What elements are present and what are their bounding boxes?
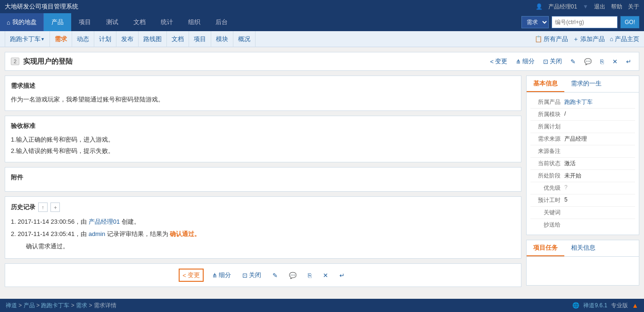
bottom-split-btn[interactable]: ⋔ 细分 xyxy=(209,270,234,281)
header-back-btn[interactable]: ↵ xyxy=(624,57,633,66)
user-name[interactable]: 产品经理01 xyxy=(548,3,577,11)
nav-item-test[interactable]: 测试 xyxy=(99,13,126,31)
acceptance-section: 验收标准 1.输入正确的账号和密码，进入游戏。 2.输入错误的账号和密码，提示失… xyxy=(5,116,521,162)
user-icon: 👤 xyxy=(536,3,543,10)
page-header-right: < 变更 ⋔ 细分 ⊡ 关闭 ✎ 💬 ⎘ ✕ xyxy=(488,56,633,67)
exit-link[interactable]: 退出 xyxy=(594,3,605,11)
comment-icon-header: 💬 xyxy=(584,58,592,65)
bottom-copy-icon: ⎘ xyxy=(308,272,312,279)
product-home-btn[interactable]: ⌂ 产品主页 xyxy=(610,35,639,43)
bottom-copy-btn[interactable]: ⎘ xyxy=(305,270,314,280)
header-close-btn[interactable]: ⊡ 关闭 xyxy=(541,56,564,67)
desc-title: 需求描述 xyxy=(11,82,515,90)
info-row-source-note: 来源备注 xyxy=(530,145,635,158)
add-product-icon: ＋ xyxy=(573,35,579,43)
history-section: 历史记录 ↑ ＋ 1. 2017-11-14 23:00:56，由 产品经理01… xyxy=(5,196,521,259)
subnav-item-product[interactable]: 跑跑卡丁车 xyxy=(5,31,50,47)
history-highlight: 确认通过。 xyxy=(170,230,200,237)
info-row-source: 需求来源 产品经理 xyxy=(530,133,635,145)
history-item-2: 2. 2017-11-14 23:05:41，由 admin 记录评审结果，结果… xyxy=(11,228,515,240)
bottom-comment-icon: 💬 xyxy=(289,272,297,279)
info-row-priority: 优先级 ? xyxy=(530,182,635,194)
info-value-stage: 未开始 xyxy=(564,172,635,180)
task-tab-related[interactable]: 相关信息 xyxy=(564,240,602,256)
header-copy-btn[interactable]: ⎘ xyxy=(598,57,606,66)
bottom-edit-btn[interactable]: ✎ xyxy=(270,270,281,280)
info-label-source: 需求来源 xyxy=(530,135,564,143)
header-split-btn[interactable]: ⋔ 细分 xyxy=(514,56,537,67)
subnav-item-release[interactable]: 发布 xyxy=(116,31,139,47)
bottom-edit-icon: ✎ xyxy=(272,272,278,279)
bottom-back-icon: ↵ xyxy=(339,272,345,279)
split-icon: ⋔ xyxy=(516,58,521,65)
bottom-close-icon: ⊡ xyxy=(242,272,248,279)
bottom-split-icon: ⋔ xyxy=(212,272,217,279)
subnav-item-overview[interactable]: 概况 xyxy=(233,31,256,47)
header-delete-btn[interactable]: ✕ xyxy=(611,57,619,66)
sub-nav: 跑跑卡丁车 需求 动态 计划 发布 路线图 文档 项目 模块 概况 📋 所有产品… xyxy=(0,31,644,47)
history-item-1: 1. 2017-11-14 23:00:56，由 产品经理01 创建。 xyxy=(11,216,515,228)
task-tab-task[interactable]: 项目任务 xyxy=(527,240,564,256)
bottom-close-btn[interactable]: ⊡ 关闭 xyxy=(239,270,264,281)
info-row-module: 所属模块 / xyxy=(530,109,635,121)
subnav-item-project[interactable]: 项目 xyxy=(189,31,211,47)
bottom-back-btn[interactable]: ↵ xyxy=(337,270,347,280)
info-row-plan: 所属计划 xyxy=(530,121,635,133)
nav-item-admin[interactable]: 后台 xyxy=(208,13,235,31)
header-comment-btn[interactable]: 💬 xyxy=(582,57,594,66)
info-panel: 基本信息 需求的一生 所属产品 跑跑卡丁车 所属模块 / 所属计划 xyxy=(526,76,639,235)
info-tab-lifecycle[interactable]: 需求的一生 xyxy=(564,76,608,92)
bottom-change-btn[interactable]: < 变更 xyxy=(179,269,204,282)
search-input[interactable] xyxy=(552,16,618,28)
info-label-source-note: 来源备注 xyxy=(530,147,564,155)
info-value-hours: 5 xyxy=(564,196,635,203)
subnav-item-roadmap[interactable]: 路线图 xyxy=(139,31,167,47)
search-button[interactable]: GO! xyxy=(620,16,639,28)
bottom-comment-btn[interactable]: 💬 xyxy=(286,270,299,280)
subnav-item-plan[interactable]: 计划 xyxy=(94,31,116,47)
product-link[interactable]: 跑跑卡丁车 xyxy=(564,99,593,105)
delete-icon-header: ✕ xyxy=(612,58,618,65)
info-value-product: 跑跑卡丁车 xyxy=(564,98,635,106)
history-sort-btn[interactable]: ↑ xyxy=(38,202,48,212)
all-products-btn[interactable]: 📋 所有产品 xyxy=(535,35,568,43)
info-label-keyword: 关键词 xyxy=(530,209,564,217)
nav-item-project[interactable]: 项目 xyxy=(71,13,99,31)
sub-nav-right: 📋 所有产品 ＋ 添加产品 ⌂ 产品主页 xyxy=(535,35,639,43)
nav-item-doc[interactable]: 文档 xyxy=(126,13,153,31)
all-products-icon: 📋 xyxy=(535,35,542,42)
close-icon-header: ⊡ xyxy=(543,58,548,65)
help-link[interactable]: 帮助 xyxy=(611,3,622,11)
history-add-btn[interactable]: ＋ xyxy=(50,202,60,212)
history-actor-1[interactable]: 产品经理01 xyxy=(89,218,120,225)
add-product-btn[interactable]: ＋ 添加产品 xyxy=(573,35,605,43)
attachment-title: 附件 xyxy=(11,173,515,182)
info-tab-basic[interactable]: 基本信息 xyxy=(527,76,564,92)
header-edit-btn[interactable]: ✎ xyxy=(569,57,578,66)
about-link[interactable]: 关于 xyxy=(628,3,639,11)
desc-section: 需求描述 作为一名游戏玩家，我希望能通过账号和密码登陆游戏。 xyxy=(5,76,521,111)
history-note: 确认需求通过。 xyxy=(11,240,515,253)
history-header: 历史记录 ↑ ＋ xyxy=(11,202,515,212)
subnav-item-requirement[interactable]: 需求 xyxy=(50,31,72,47)
info-label-cc: 抄送给 xyxy=(530,221,564,229)
subnav-item-module[interactable]: 模块 xyxy=(211,31,233,47)
history-actor-2[interactable]: admin xyxy=(89,230,105,237)
subnav-item-doc[interactable]: 文档 xyxy=(167,31,189,47)
subnav-item-dynamic[interactable]: 动态 xyxy=(72,31,94,47)
nav-item-product[interactable]: 产品 xyxy=(44,13,71,31)
nav-item-org[interactable]: 组织 xyxy=(181,13,208,31)
header-change-btn[interactable]: < 变更 xyxy=(488,56,509,67)
info-label-hours: 预计工时 xyxy=(530,196,564,204)
search-type-select[interactable]: 需求 xyxy=(521,16,549,28)
bottom-delete-btn[interactable]: ✕ xyxy=(320,270,331,280)
task-content xyxy=(527,257,639,285)
nav-item-stat[interactable]: 统计 xyxy=(153,13,181,31)
page-id-badge: 2 xyxy=(11,58,19,65)
back-icon-header: ↵ xyxy=(626,58,631,65)
nav-home[interactable]: ⌂ 我的地盘 xyxy=(0,13,44,31)
sub-nav-left: 跑跑卡丁车 需求 动态 计划 发布 路线图 文档 项目 模块 概况 xyxy=(5,31,256,47)
nav-search-area: 需求 GO! xyxy=(521,16,644,28)
priority-help-icon[interactable]: ? xyxy=(564,184,568,191)
info-row-stage: 所处阶段 未开始 xyxy=(530,170,635,182)
